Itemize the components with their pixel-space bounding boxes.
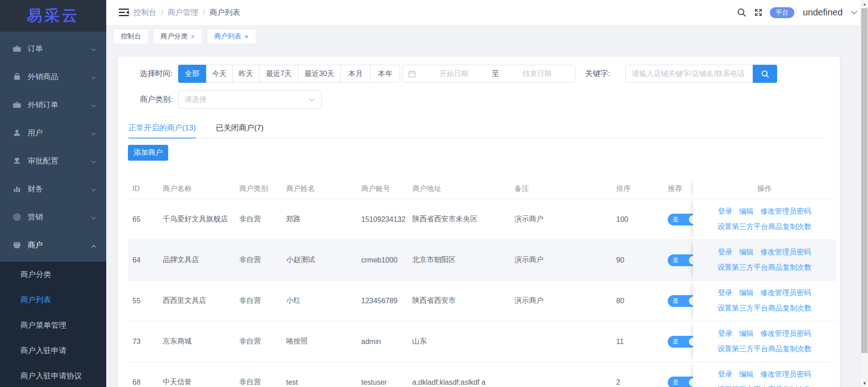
cell-name: 京东商城 [163, 337, 239, 346]
action-link[interactable]: 编辑 [739, 329, 754, 339]
actions-line: 设置第三方平台商品复制次数 [717, 385, 811, 387]
merchant-category-select[interactable]: 请选择 [178, 91, 322, 109]
scroll-down-button[interactable]: ▼ [861, 379, 868, 387]
action-link[interactable]: 修改管理员密码 [760, 207, 811, 216]
time-filter-button[interactable]: 本年 [371, 65, 400, 83]
action-link[interactable]: 设置第三方平台商品复制次数 [717, 385, 811, 387]
time-filter-button[interactable]: 今天 [206, 65, 233, 83]
tag-view-item[interactable]: 控制台 [114, 29, 148, 43]
actions-line: 登录编辑修改管理员密码 [718, 248, 811, 257]
search-button[interactable] [753, 65, 777, 83]
time-filter-button[interactable]: 本月 [341, 65, 371, 83]
cell-type: 非自营 [239, 337, 286, 346]
sidebar-collapse-icon[interactable] [119, 8, 129, 19]
column-header: ID [132, 185, 163, 193]
cell-person: 小赵测试 [286, 255, 361, 265]
column-header: 排序 [616, 184, 668, 194]
sidebar-item-approval-config[interactable]: 审批配置 [0, 147, 106, 175]
cell-sort: 90 [616, 256, 668, 264]
sidebar-item-merchant-menu[interactable]: 商户菜单管理 [0, 312, 106, 338]
column-header: 商户名称 [163, 184, 239, 194]
actions-line: 登录编辑修改管理员密码 [718, 329, 811, 339]
page-scrollbar[interactable]: ▲ ▼ [860, 0, 868, 387]
sidebar-item-merchant[interactable]: 商户 [0, 231, 106, 259]
tab-closed-merchants[interactable]: 已关闭商户(7) [216, 120, 264, 139]
cell-sort: 80 [616, 297, 668, 305]
time-filter-button[interactable]: 昨天 [233, 65, 259, 83]
cell-actions: 登录编辑修改管理员密码设置第三方平台商品复制次数 [693, 321, 836, 362]
tab-open-merchants[interactable]: 正常开启的商户(13) [128, 120, 196, 139]
sidebar-item-users[interactable]: 用户 [0, 119, 106, 147]
tag-view-item[interactable]: 商户列表× [208, 29, 255, 43]
action-link[interactable]: 编辑 [739, 207, 754, 216]
chevron-down-icon [91, 214, 96, 220]
sidebar-item-export-orders[interactable]: 外销订单 [0, 91, 106, 119]
merchant-status-tabs: 正常开启的商户(13)已关闭商户(7) [128, 120, 825, 139]
cell-id: 55 [132, 297, 163, 305]
action-link[interactable]: 登录 [718, 207, 732, 216]
sidebar-item-merchant-apply[interactable]: 商户入驻申请 [0, 338, 106, 363]
actions-line: 设置第三方平台商品复制次数 [717, 344, 811, 354]
time-filter-button[interactable]: 全部 [178, 65, 206, 83]
cell-actions: 登录编辑修改管理员密码设置第三方平台商品复制次数 [693, 281, 836, 321]
tag-view-item[interactable]: 商户分类× [154, 29, 202, 43]
app-window: 易采云 订单外销商品外销订单用户审批配置财务营销商户商户分类商户列表商户菜单管理… [0, 0, 868, 387]
cell-actions: 登录编辑修改管理员密码设置第三方平台商品复制次数 [693, 240, 836, 280]
time-filter-button[interactable]: 最近30天 [298, 65, 341, 83]
date-end-input[interactable]: 结束日期 [499, 69, 575, 79]
sidebar-item-merchant-list[interactable]: 商户列表 [0, 287, 106, 312]
breadcrumb-item[interactable]: 商户管理 [168, 7, 198, 18]
sidebar-item-finance[interactable]: 财务 [0, 175, 106, 203]
fullscreen-icon[interactable] [753, 8, 763, 18]
sidebar-item-marketing[interactable]: 营销 [0, 203, 106, 231]
merchant-table: ID商户名称商户类别商户姓名商户账号商户地址备注排序推荐操作65千鸟爱好文具旗舰… [128, 179, 836, 387]
action-link[interactable]: 登录 [718, 329, 732, 339]
username-text[interactable]: undefined [803, 7, 843, 18]
search-icon[interactable] [736, 8, 746, 18]
action-link[interactable]: 修改管理员密码 [760, 248, 811, 257]
action-link[interactable]: 设置第三方平台商品复制次数 [717, 263, 811, 272]
cell-account: testuser [361, 378, 412, 387]
action-link[interactable]: 修改管理员密码 [760, 370, 811, 379]
add-merchant-button[interactable]: 添加商户 [128, 145, 168, 161]
column-header: 商户地址 [412, 184, 514, 194]
action-link[interactable]: 修改管理员密码 [760, 329, 811, 339]
chevron-down-icon[interactable] [849, 8, 859, 18]
action-link[interactable]: 登录 [718, 288, 732, 298]
sidebar-item-merchant-apply-agreement[interactable]: 商户入驻申请协议 [0, 363, 106, 387]
time-filter-button[interactable]: 最近7天 [259, 65, 298, 83]
table-row: 64品牌文具店非自营小赵测试crmeb1000北京市朝阳区演示商户90是登录编辑… [128, 240, 836, 281]
cell-account: 123456789 [361, 297, 412, 305]
breadcrumb-item[interactable]: 控制台 [133, 7, 156, 18]
main-area: 控制台/商户管理/商户列表 平台 undefined [106, 0, 868, 387]
action-link[interactable]: 修改管理员密码 [760, 288, 811, 298]
cell-account: crmeb1000 [361, 256, 412, 264]
cell-actions: 登录编辑修改管理员密码设置第三方平台商品复制次数 [693, 199, 836, 239]
sidebar-item-merchant-category[interactable]: 商户分类 [0, 262, 106, 287]
scrollbar-thumb[interactable] [861, 8, 868, 353]
action-link[interactable]: 编辑 [739, 248, 754, 257]
chevron-down-icon [91, 102, 96, 107]
cell-person: 咯按照 [286, 337, 361, 346]
action-link[interactable]: 登录 [718, 370, 732, 379]
action-link[interactable]: 设置第三方平台商品复制次数 [717, 344, 811, 354]
sidebar-item-orders[interactable]: 订单 [0, 34, 106, 62]
cell-person: test [286, 378, 361, 387]
cell-address: 北京市朝阳区 [412, 255, 514, 265]
date-start-input[interactable]: 开始日期 [416, 69, 492, 79]
keyword-input[interactable] [625, 65, 753, 83]
action-link[interactable]: 编辑 [739, 288, 754, 298]
action-link[interactable]: 设置第三方平台商品复制次数 [717, 304, 811, 313]
action-link[interactable]: 设置第三方平台商品复制次数 [717, 222, 811, 232]
sidebar-item-label: 外销订单 [28, 100, 58, 110]
date-range-picker[interactable]: 开始日期 至 结束日期 [402, 65, 576, 83]
breadcrumb-separator: / [161, 8, 163, 17]
scroll-up-button[interactable]: ▲ [861, 0, 868, 8]
sidebar-item-export-goods[interactable]: 外销商品 [0, 62, 106, 91]
action-link[interactable]: 编辑 [739, 370, 754, 379]
column-header: 商户类别 [239, 184, 286, 194]
close-icon[interactable]: × [191, 33, 195, 40]
table-row: 73京东商城非自营咯按照admin山东11是登录编辑修改管理员密码设置第三方平台… [128, 321, 836, 362]
close-icon[interactable]: × [245, 33, 249, 40]
action-link[interactable]: 登录 [718, 248, 732, 257]
